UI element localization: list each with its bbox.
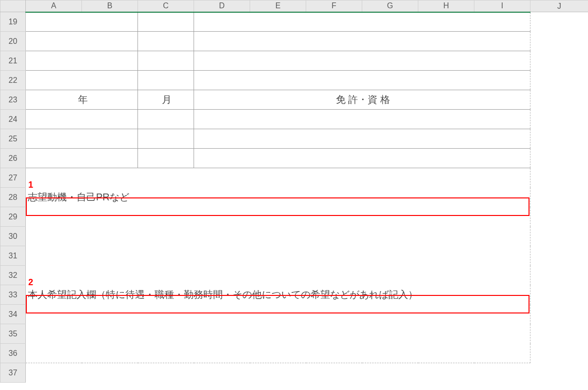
cell-J26[interactable] [530, 149, 588, 168]
cell-I33[interactable] [474, 285, 530, 305]
row-header-36[interactable]: 36 [0, 344, 26, 363]
cell-I27[interactable] [474, 168, 530, 188]
cell-A37[interactable] [26, 363, 82, 383]
col-header-G[interactable]: G [362, 0, 418, 12]
col-header-I[interactable]: I [474, 0, 530, 12]
row-header-35[interactable]: 35 [0, 324, 26, 344]
cell-C24[interactable] [138, 110, 194, 129]
cell-J28[interactable] [530, 188, 588, 207]
cell-D22[interactable] [194, 71, 530, 90]
row-19[interactable]: 19 [0, 12, 588, 32]
row-23[interactable]: 23 年 月 免 許・資 格 [0, 90, 588, 110]
cell-J22[interactable] [530, 71, 588, 90]
cell-month-header[interactable]: 月 [138, 90, 194, 110]
row-35[interactable]: 35 [0, 324, 588, 344]
cell-A32[interactable] [26, 266, 474, 285]
cell-A19[interactable] [26, 12, 138, 32]
row-20[interactable]: 20 [0, 32, 588, 51]
cell-A24[interactable] [26, 110, 138, 129]
col-header-A[interactable]: A [26, 0, 82, 12]
row-header-26[interactable]: 26 [0, 149, 26, 168]
cell-I37[interactable] [474, 363, 530, 383]
col-header-H[interactable]: H [418, 0, 474, 12]
col-header-C[interactable]: C [138, 0, 194, 12]
cell-C19[interactable] [138, 12, 194, 32]
cell-C26[interactable] [138, 149, 194, 168]
cell-D26[interactable] [194, 149, 530, 168]
cell-C20[interactable] [138, 32, 194, 51]
cell-D27[interactable] [194, 168, 250, 188]
cell-E27[interactable] [250, 168, 306, 188]
cell-B37[interactable] [82, 363, 138, 383]
row-header-33[interactable]: 33 [0, 285, 26, 305]
cell-A27[interactable] [26, 168, 82, 188]
row-31[interactable]: 31 [0, 246, 588, 266]
cell-year-header[interactable]: 年 [26, 90, 138, 110]
col-header-D[interactable]: D [194, 0, 250, 12]
cell-I31[interactable] [474, 246, 530, 266]
row-21[interactable]: 21 [0, 51, 588, 71]
select-all-corner[interactable] [0, 0, 26, 12]
cell-I29[interactable] [474, 207, 530, 227]
row-36[interactable]: 36 [0, 344, 588, 363]
cell-A29[interactable] [26, 207, 474, 227]
cell-J29[interactable] [530, 207, 588, 227]
row-header-20[interactable]: 20 [0, 32, 26, 51]
row-header-29[interactable]: 29 [0, 207, 26, 227]
cell-D37[interactable] [194, 363, 250, 383]
cell-C22[interactable] [138, 71, 194, 90]
cell-A25[interactable] [26, 129, 138, 149]
cell-license-header[interactable]: 免 許・資 格 [194, 90, 530, 110]
row-header-28[interactable]: 28 [0, 188, 26, 207]
cell-I36[interactable] [474, 344, 530, 363]
cell-B27[interactable] [82, 168, 138, 188]
row-header-23[interactable]: 23 [0, 90, 26, 110]
row-header-30[interactable]: 30 [0, 227, 26, 246]
cell-I30[interactable] [474, 227, 530, 246]
cell-E37[interactable] [250, 363, 306, 383]
cell-C25[interactable] [138, 129, 194, 149]
cell-D21[interactable] [194, 51, 530, 71]
cell-C37[interactable] [138, 363, 194, 383]
cell-I32[interactable] [474, 266, 530, 285]
cell-D25[interactable] [194, 129, 530, 149]
row-header-24[interactable]: 24 [0, 110, 26, 129]
cell-applicant-wishes-header[interactable]: 本人希望記入欄（特に待遇・職種・勤務時間・その他についての希望などがあれば記入） [26, 285, 474, 305]
row-22[interactable]: 22 [0, 71, 588, 90]
cell-J34[interactable] [530, 305, 588, 324]
row-header-34[interactable]: 34 [0, 305, 26, 324]
cell-J21[interactable] [530, 51, 588, 71]
cell-F27[interactable] [306, 168, 362, 188]
col-header-E[interactable]: E [250, 0, 306, 12]
row-37[interactable]: 37 [0, 363, 588, 383]
row-29[interactable]: 29 [0, 207, 588, 227]
cell-A26[interactable] [26, 149, 138, 168]
col-header-J[interactable]: J [530, 0, 588, 12]
cell-I35[interactable] [474, 324, 530, 344]
col-header-F[interactable]: F [306, 0, 362, 12]
cell-J25[interactable] [530, 129, 588, 149]
cell-J37[interactable] [530, 363, 588, 383]
cell-D19[interactable] [194, 12, 530, 32]
row-34[interactable]: 34 [0, 305, 588, 324]
cell-A31[interactable] [26, 246, 474, 266]
cell-G37[interactable] [362, 363, 418, 383]
cell-J30[interactable] [530, 227, 588, 246]
cell-motivation-header[interactable]: 志望動機・自己PRなど [26, 188, 474, 207]
cell-F37[interactable] [306, 363, 362, 383]
cell-J24[interactable] [530, 110, 588, 129]
cell-J36[interactable] [530, 344, 588, 363]
row-header-37[interactable]: 37 [0, 363, 26, 383]
spreadsheet-grid[interactable]: A B C D E F G H I J 19 20 [0, 0, 588, 383]
cell-A22[interactable] [26, 71, 138, 90]
cell-D24[interactable] [194, 110, 530, 129]
cell-J27[interactable] [530, 168, 588, 188]
cell-A36[interactable] [26, 344, 474, 363]
row-header-27[interactable]: 27 [0, 168, 26, 188]
cell-J31[interactable] [530, 246, 588, 266]
row-header-32[interactable]: 32 [0, 266, 26, 285]
row-header-22[interactable]: 22 [0, 71, 26, 90]
row-header-21[interactable]: 21 [0, 51, 26, 71]
row-header-25[interactable]: 25 [0, 129, 26, 149]
cell-G27[interactable] [362, 168, 418, 188]
